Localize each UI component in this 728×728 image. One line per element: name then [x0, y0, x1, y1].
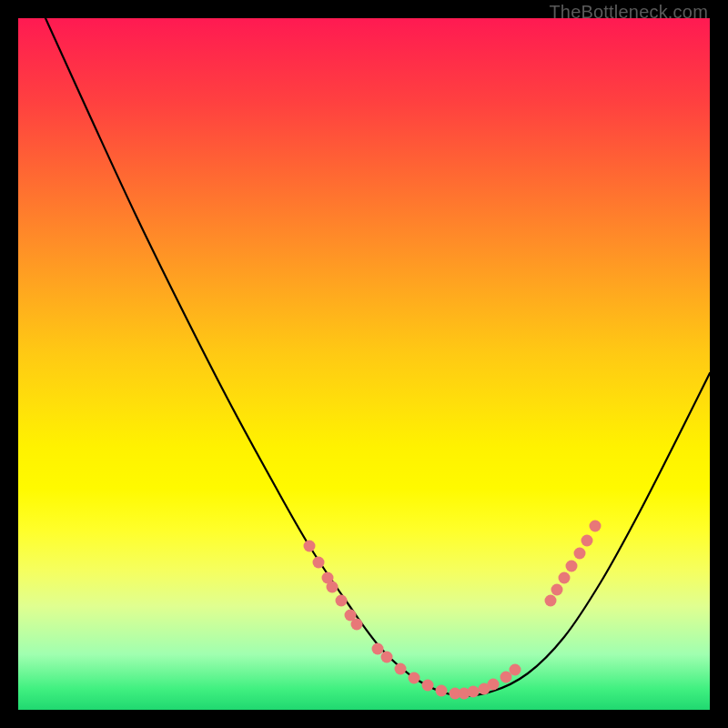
scatter-point	[574, 548, 586, 560]
scatter-point	[510, 664, 521, 676]
scatter-point	[488, 679, 500, 691]
scatter-point	[581, 535, 593, 547]
scatter-point	[551, 584, 563, 596]
curve-path	[46, 18, 710, 696]
curve-svg	[18, 18, 710, 710]
chart-container: TheBottleneck.com	[0, 0, 728, 728]
scatter-point	[559, 572, 571, 584]
scatter-point	[372, 643, 384, 655]
scatter-point	[590, 521, 602, 532]
scatter-point	[422, 680, 434, 692]
scatter-point	[436, 685, 448, 697]
scatter-point	[304, 541, 316, 552]
scatter-point	[381, 652, 393, 663]
scatter-point	[409, 672, 420, 684]
scatter-point	[336, 595, 348, 607]
scatter-point	[468, 686, 480, 698]
scatter-point	[313, 557, 325, 569]
scatter-point	[545, 595, 557, 607]
scatter-point	[351, 619, 363, 631]
scatter-point	[327, 581, 339, 593]
scatter-point	[566, 561, 578, 572]
curve-dots	[304, 521, 602, 700]
plot-area	[18, 18, 710, 710]
curve-line	[46, 18, 710, 696]
scatter-point	[395, 663, 407, 675]
